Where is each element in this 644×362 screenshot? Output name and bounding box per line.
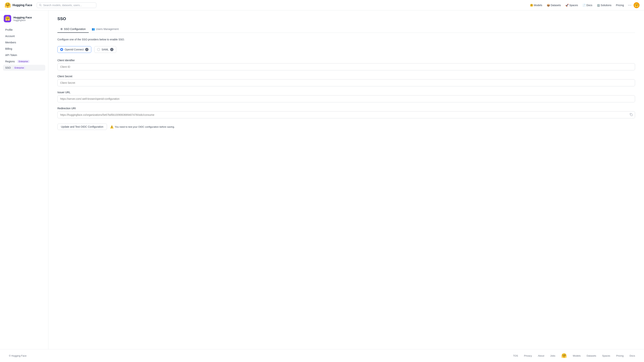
avatar[interactable]: 🤗 [634,2,640,8]
footer-left: © Hugging Face [9,354,26,357]
org-handle: huggingface [14,19,32,21]
search-bar[interactable]: Search models, datasets, users... [37,2,96,8]
warning-icon: ⚠️ [110,125,114,129]
nav-pricing[interactable]: Pricing [614,2,626,8]
nav-more-button[interactable] [626,2,633,8]
page-title: SSO [58,16,635,21]
footer: © Hugging Face TOS Privacy About Jobs 🤗 … [0,349,644,362]
footer-copyright: © Hugging Face [9,354,26,357]
sidebar-nav: Profile Account Members Billing API Toke… [3,27,45,71]
nav-solutions-label: Solutions [601,4,612,7]
footer-link-privacy[interactable]: Privacy [524,354,532,357]
more-icon [628,3,631,7]
header-nav: 🤗 Models 📦 Datasets 🚀 Spaces 📄 Docs 🏢 So… [528,2,640,8]
nav-solutions[interactable]: 🏢 Solutions [595,2,614,8]
logo-text: Hugging Face [12,3,32,7]
nav-models-label: Models [534,4,542,7]
nav-datasets-label: Datasets [551,4,561,7]
openid-minus-icon: − [85,48,88,51]
radio-openid-dot [60,48,63,51]
update-test-button[interactable]: Update and Test OIDC Configuration [58,124,107,130]
footer-link-spaces[interactable]: Spaces [602,354,610,357]
footer-link-tos[interactable]: TOS [513,354,518,357]
solutions-icon: 🏢 [597,4,600,7]
redirection-uri-input[interactable] [58,111,635,118]
datasets-icon: 📦 [547,4,550,7]
client-identifier-label: Client Identifier [58,59,635,62]
redirection-uri-section: Redirection URI [58,107,635,118]
nav-spaces[interactable]: 🚀 Spaces [564,2,580,8]
org-avatar: 🤗 [4,15,11,22]
sidebar-item-account-label: Account [5,35,15,38]
radio-openid-connect[interactable]: OpenId Connect − [58,46,91,53]
footer-logo-emoji: 🤗 [561,353,567,358]
logo[interactable]: 🤗 Hugging Face [4,2,32,8]
warning-message: ⚠️ You need to test your OIDC configurat… [110,125,175,129]
footer-link-pricing[interactable]: Pricing [616,354,624,357]
logo-emoji: 🤗 [4,2,11,8]
svg-point-2 [630,5,630,5]
search-placeholder: Search models, datasets, users... [43,4,82,7]
sidebar-item-regions[interactable]: Regions Enterprise [3,58,45,64]
action-buttons: Update and Test OIDC Configuration ⚠️ Yo… [58,124,635,130]
docs-icon: 📄 [582,4,586,7]
sidebar-item-members[interactable]: Members [3,39,45,45]
saml-minus-icon: − [110,48,114,51]
nav-docs-label: Docs [586,4,592,7]
nav-spaces-label: Spaces [569,4,578,7]
tab-sso-configuration[interactable]: ⚙ SSO Configuration [58,26,89,33]
sidebar-item-api-token[interactable]: API Token [3,52,45,58]
nav-datasets[interactable]: 📦 Datasets [545,2,563,8]
sidebar-item-profile[interactable]: Profile [3,27,45,33]
redirection-uri-label: Redirection URI [58,107,635,110]
spaces-icon: 🚀 [565,4,568,7]
nav-models[interactable]: 🤗 Models [528,2,544,8]
sidebar-item-billing-label: Billing [5,47,12,50]
sidebar-item-sso[interactable]: SSO Enterprise [3,65,45,71]
org-avatar-emoji: 🤗 [5,16,10,21]
sidebar-item-members-label: Members [5,41,16,44]
client-id-input[interactable] [58,63,635,70]
sidebar-item-regions-label: Regions [5,60,15,63]
nav-pricing-label: Pricing [616,4,624,7]
svg-point-1 [628,5,629,5]
sso-provider-radio-group: OpenId Connect − SAML − [58,46,635,53]
description: Configure one of the SSO providers below… [58,38,635,41]
tab-users-management[interactable]: 👥 Users Management [89,26,122,33]
search-icon [39,4,42,6]
nav-docs[interactable]: 📄 Docs [581,2,594,8]
footer-link-about[interactable]: About [538,354,544,357]
users-management-tab-label: Users Management [96,27,119,30]
client-secret-section: Client Secret [58,75,635,86]
sidebar-item-billing[interactable]: Billing [3,46,45,52]
main-content: SSO ⚙ SSO Configuration 👥 Users Manageme… [48,10,644,349]
client-secret-input[interactable] [58,79,635,86]
footer-link-docs[interactable]: Docs [630,354,635,357]
org-name: Hugging Face [14,16,32,19]
footer-link-datasets[interactable]: Datasets [586,354,596,357]
redirection-uri-wrapper [58,111,635,118]
header: 🤗 Hugging Face Search models, datasets, … [0,0,644,10]
footer-link-jobs[interactable]: Jobs [550,354,555,357]
issuer-url-section: Issuer URL [58,91,635,102]
footer-link-models[interactable]: Models [573,354,581,357]
client-secret-label: Client Secret [58,75,635,78]
org-info: Hugging Face huggingface [14,16,32,21]
issuer-url-label: Issuer URL [58,91,635,94]
sidebar-item-account[interactable]: Account [3,33,45,39]
sidebar: 🤗 Hugging Face huggingface Profile Accou… [0,10,48,349]
radio-saml-dot [97,48,100,51]
copy-icon[interactable] [630,113,633,117]
radio-saml[interactable]: SAML − [94,46,116,53]
footer-center-links: TOS Privacy About Jobs 🤗 Models Datasets… [513,353,635,358]
svg-point-0 [39,4,41,5]
users-management-tab-icon: 👥 [92,27,95,30]
radio-openid-label: OpenId Connect [65,48,84,51]
tabs: ⚙ SSO Configuration 👥 Users Management [58,26,635,33]
issuer-url-input[interactable] [58,95,635,102]
org-header: 🤗 Hugging Face huggingface [3,15,45,22]
sso-config-tab-label: SSO Configuration [64,27,86,30]
sso-enterprise-badge: Enterprise [14,66,25,69]
page-body: 🤗 Hugging Face huggingface Profile Accou… [0,10,644,349]
svg-point-3 [630,5,631,5]
